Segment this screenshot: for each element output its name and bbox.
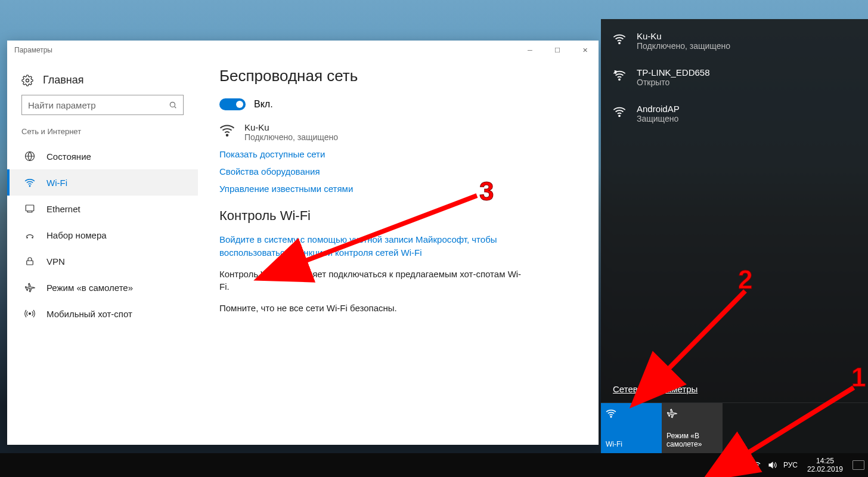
- search-placeholder: Найти параметр: [28, 100, 96, 110]
- link-manage-known-networks[interactable]: Управление известными сетями: [219, 184, 577, 194]
- flyout-network-item[interactable]: AndroidAP Защищено: [601, 95, 868, 132]
- globe-icon: [24, 150, 36, 162]
- tile-airplane-label: Режим «В самолете»: [666, 432, 718, 448]
- sidebar-item-label: Мобильный хот-спот: [46, 309, 132, 319]
- settings-sidebar: Главная Найти параметр Сеть и Интернет С…: [7, 60, 198, 445]
- svg-rect-17: [733, 464, 739, 466]
- svg-point-12: [619, 79, 620, 80]
- content-heading-wireless: Беспроводная сеть: [219, 67, 577, 85]
- gear-icon: [21, 75, 33, 86]
- svg-point-13: [619, 115, 620, 116]
- svg-point-18: [755, 468, 757, 469]
- annotation-number-2: 2: [738, 265, 752, 295]
- link-show-available-networks[interactable]: Показать доступные сети: [219, 149, 577, 159]
- sidebar-item-hotspot[interactable]: Мобильный хот-спот: [7, 301, 198, 327]
- annotation-number-1: 1: [851, 363, 866, 392]
- minimize-button[interactable]: ─: [516, 41, 544, 60]
- wifi-open-shield-icon: [613, 67, 628, 82]
- window-body: Главная Найти параметр Сеть и Интернет С…: [7, 60, 599, 445]
- sidebar-item-label: Wi-Fi: [46, 178, 67, 188]
- svg-point-14: [610, 416, 612, 417]
- vpn-icon: [24, 255, 36, 267]
- window-titlebar: Параметры ─ ☐ ✕: [7, 41, 599, 60]
- settings-window: Параметры ─ ☐ ✕ Главная Найти параметр С…: [7, 41, 599, 445]
- wifisense-para-1: Контроль Wi-Fi позволяет подключаться к …: [219, 268, 523, 294]
- maximize-button[interactable]: ☐: [544, 41, 571, 60]
- tray-wifi-icon[interactable]: [751, 460, 761, 470]
- flyout-network-status: Подключено, защищено: [637, 41, 730, 51]
- svg-point-9: [29, 313, 31, 315]
- flyout-network-name: TP-LINK_EDD658: [637, 67, 710, 78]
- wifi-icon: [606, 408, 657, 419]
- wifi-icon: [219, 122, 236, 138]
- sidebar-item-home[interactable]: Главная: [7, 69, 198, 95]
- wifi-toggle[interactable]: [219, 98, 246, 110]
- tray-volume-icon[interactable]: [768, 460, 777, 470]
- svg-rect-16: [742, 464, 743, 466]
- sidebar-item-status[interactable]: Состояние: [7, 143, 198, 169]
- wifi-icon: [613, 31, 628, 45]
- annotation-number-3: 3: [479, 176, 494, 206]
- sidebar-item-label: VPN: [46, 256, 65, 267]
- sidebar-item-label: Набор номера: [46, 230, 107, 240]
- sidebar-item-ethernet[interactable]: Ethernet: [7, 196, 198, 222]
- svg-marker-19: [769, 462, 773, 467]
- sidebar-item-airplane[interactable]: Режим «в самолете»: [7, 274, 198, 301]
- flyout-quick-tiles: Wi-Fi Режим «В самолете»: [601, 402, 868, 453]
- search-icon: [169, 101, 177, 109]
- dialup-icon: [24, 229, 36, 241]
- wifi-icon: [613, 104, 628, 118]
- sidebar-section-label: Сеть и Интернет: [7, 127, 198, 143]
- flyout-network-status: Защищено: [637, 114, 680, 123]
- wifisense-para-2: Помните, что не все сети Wi-Fi безопасны…: [219, 302, 523, 315]
- settings-content: Беспроводная сеть Вкл. Ku-Ku Подключено,…: [198, 60, 599, 445]
- svg-point-10: [227, 134, 228, 136]
- airplane-icon: [24, 281, 36, 293]
- sidebar-home-label: Главная: [43, 74, 84, 86]
- flyout-network-name: Ku-Ku: [637, 31, 730, 41]
- link-hardware-properties[interactable]: Свойства оборудования: [219, 166, 577, 176]
- sidebar-item-wifi[interactable]: Wi-Fi: [7, 169, 198, 196]
- network-flyout: Ku-Ku Подключено, защищено TP-LINK_EDD65…: [601, 19, 868, 453]
- tray-language[interactable]: РУС: [783, 461, 798, 469]
- svg-point-6: [27, 237, 28, 238]
- wifi-toggle-label: Вкл.: [254, 99, 273, 110]
- wifi-icon: [24, 176, 36, 188]
- flyout-network-item[interactable]: TP-LINK_EDD658 Открыто: [601, 59, 868, 95]
- search-input[interactable]: Найти параметр: [21, 95, 184, 115]
- tile-airplane[interactable]: Режим «В самолете»: [662, 403, 723, 453]
- flyout-network-item[interactable]: Ku-Ku Подключено, защищено: [601, 23, 868, 59]
- tray-action-center-icon[interactable]: [852, 460, 864, 470]
- tile-wifi-label: Wi-Fi: [606, 440, 657, 448]
- svg-rect-5: [26, 205, 34, 211]
- connected-network[interactable]: Ku-Ku Подключено, защищено: [219, 122, 577, 142]
- tray-chevron-up-icon[interactable]: ˄: [721, 461, 725, 469]
- svg-point-7: [32, 237, 33, 238]
- svg-point-1: [170, 102, 175, 107]
- sidebar-item-label: Состояние: [46, 151, 91, 162]
- sidebar-item-dialup[interactable]: Набор номера: [7, 222, 198, 248]
- close-button[interactable]: ✕: [571, 41, 599, 60]
- svg-point-4: [29, 185, 30, 187]
- flyout-network-settings-link[interactable]: Сетевые параметры: [601, 384, 868, 402]
- tray-clock[interactable]: 14:25 22.02.2019: [807, 457, 843, 474]
- tile-wifi[interactable]: Wi-Fi: [601, 403, 662, 453]
- flyout-network-status: Открыто: [637, 78, 710, 87]
- sidebar-item-vpn[interactable]: VPN: [7, 248, 198, 274]
- link-signin-ms-account[interactable]: Войдите в систему с помощью учетной запи…: [219, 233, 523, 259]
- hotspot-icon: [24, 308, 36, 320]
- tray: ˄: [721, 460, 777, 470]
- tray-date: 22.02.2019: [807, 465, 843, 473]
- svg-rect-8: [27, 261, 33, 265]
- flyout-network-name: AndroidAP: [637, 104, 680, 114]
- taskbar: ˄ РУС 14:25 22.02.2019: [0, 453, 868, 477]
- connected-network-name: Ku-Ku: [244, 122, 338, 132]
- window-controls: ─ ☐ ✕: [516, 41, 599, 60]
- tray-battery-icon[interactable]: [732, 461, 744, 469]
- sidebar-item-label: Режим «в самолете»: [46, 283, 133, 293]
- svg-point-0: [26, 79, 29, 82]
- window-title: Параметры: [14, 46, 52, 54]
- flyout-network-list: Ku-Ku Подключено, защищено TP-LINK_EDD65…: [601, 19, 868, 384]
- content-heading-wifisense: Контроль Wi-Fi: [219, 208, 577, 224]
- ethernet-icon: [24, 203, 36, 215]
